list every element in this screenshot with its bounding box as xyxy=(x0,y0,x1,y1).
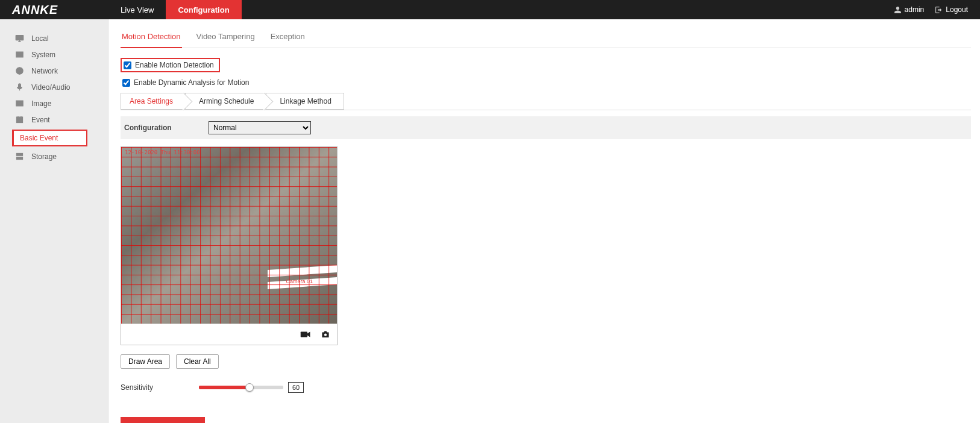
nav-live-view[interactable]: Live View xyxy=(108,0,166,19)
user-menu[interactable]: admin xyxy=(894,5,925,14)
sensitivity-value: 60 xyxy=(288,382,304,393)
tab-exception[interactable]: Exception xyxy=(269,28,306,48)
nav-configuration[interactable]: Configuration xyxy=(166,0,241,19)
tab-video-tampering[interactable]: Video Tampering xyxy=(195,28,256,48)
storage-icon xyxy=(15,152,24,161)
sidebar-item-system[interactable]: System xyxy=(0,46,108,63)
sidebar-item-basic-event[interactable]: Basic Event xyxy=(12,130,87,146)
save-button[interactable]: Save xyxy=(121,417,205,423)
area-buttons: Draw Area Clear All xyxy=(121,354,971,369)
sidebar-label-storage: Storage xyxy=(31,152,57,161)
header-right: admin Logout xyxy=(894,5,980,14)
enable-dynamic-label: Enable Dynamic Analysis for Motion xyxy=(134,78,249,87)
preview-panel: 12-10-2020 Thu 11:30:00 Camera 01 xyxy=(121,146,338,345)
sensitivity-row: Sensitivity 60 xyxy=(121,382,971,393)
logout-label: Logout xyxy=(946,5,968,14)
draw-area-button[interactable]: Draw Area xyxy=(121,354,170,369)
top-nav: Live View Configuration xyxy=(108,0,242,19)
logout-icon xyxy=(935,6,943,14)
svg-rect-7 xyxy=(17,157,23,160)
svg-rect-6 xyxy=(17,154,23,156)
preview-timestamp: 12-10-2020 Thu 11:30:00 xyxy=(125,149,200,155)
enable-dynamic-checkbox[interactable] xyxy=(122,79,130,87)
enable-motion-checkbox[interactable] xyxy=(124,61,131,69)
top-header: ANNKE Live View Configuration admin Logo… xyxy=(0,0,980,19)
configuration-select[interactable]: Normal xyxy=(209,121,311,134)
event-tabs: Motion Detection Video Tampering Excepti… xyxy=(121,28,971,48)
sidebar: Local System Network Video/Audio Image E… xyxy=(0,19,108,423)
step-linkage-method-label: Linkage Method xyxy=(275,97,331,105)
enable-motion-row: Enable Motion Detection xyxy=(121,58,220,72)
brand-logo: ANNKE xyxy=(0,3,108,17)
sidebar-label-local: Local xyxy=(31,34,49,43)
sidebar-label-video-audio: Video/Audio xyxy=(31,83,71,92)
globe-icon xyxy=(15,66,24,75)
record-icon[interactable] xyxy=(300,330,311,339)
sidebar-item-video-audio[interactable]: Video/Audio xyxy=(0,79,108,95)
sidebar-item-network[interactable]: Network xyxy=(0,63,108,79)
sidebar-label-event: Event xyxy=(31,116,50,124)
step-arming-schedule-label: Arming Schedule xyxy=(194,97,254,105)
step-area-settings[interactable]: Area Settings xyxy=(121,93,186,110)
slider-thumb[interactable] xyxy=(245,383,254,392)
step-tabs: Area Settings Arming Schedule Linkage Me… xyxy=(121,93,971,110)
user-icon xyxy=(894,6,902,14)
clear-all-button[interactable]: Clear All xyxy=(176,354,219,369)
logout-button[interactable]: Logout xyxy=(935,5,968,14)
svg-point-9 xyxy=(324,334,327,336)
sidebar-item-event[interactable]: Event xyxy=(0,111,108,128)
svg-rect-1 xyxy=(16,52,23,57)
sidebar-label-basic-event: Basic Event xyxy=(20,131,58,145)
window-icon xyxy=(15,50,24,59)
video-preview[interactable]: 12-10-2020 Thu 11:30:00 Camera 01 xyxy=(121,147,337,324)
enable-dynamic-row: Enable Dynamic Analysis for Motion xyxy=(121,78,971,87)
image-icon xyxy=(15,99,24,108)
preview-toolbar xyxy=(121,324,337,345)
sidebar-item-storage[interactable]: Storage xyxy=(0,148,108,164)
step-area-settings-label: Area Settings xyxy=(130,97,173,105)
sidebar-item-local[interactable]: Local xyxy=(0,30,108,46)
enable-motion-label: Enable Motion Detection xyxy=(135,61,214,69)
configuration-label: Configuration xyxy=(124,124,209,132)
svg-rect-0 xyxy=(16,36,24,40)
svg-rect-8 xyxy=(301,332,307,337)
username-label: admin xyxy=(905,5,925,14)
step-linkage-method[interactable]: Linkage Method xyxy=(266,93,344,110)
sidebar-label-system: System xyxy=(31,51,55,59)
configuration-row: Configuration Normal xyxy=(121,116,971,139)
sidebar-label-image: Image xyxy=(31,99,51,108)
snapshot-icon[interactable] xyxy=(320,330,331,339)
sidebar-item-image[interactable]: Image xyxy=(0,95,108,111)
preview-camera-label: Camera 01 xyxy=(286,278,313,284)
tab-motion-detection[interactable]: Motion Detection xyxy=(121,28,182,48)
mic-icon xyxy=(15,83,24,92)
main-content: Motion Detection Video Tampering Excepti… xyxy=(108,19,980,423)
motion-grid-overlay xyxy=(121,147,337,324)
monitor-icon xyxy=(15,34,24,43)
svg-rect-5 xyxy=(17,117,23,122)
sidebar-label-network: Network xyxy=(31,67,58,75)
sensitivity-label: Sensitivity xyxy=(121,383,199,392)
calendar-icon xyxy=(15,115,24,124)
step-arming-schedule[interactable]: Arming Schedule xyxy=(185,93,266,110)
slider-fill xyxy=(199,386,250,389)
sensitivity-slider[interactable] xyxy=(199,386,283,389)
